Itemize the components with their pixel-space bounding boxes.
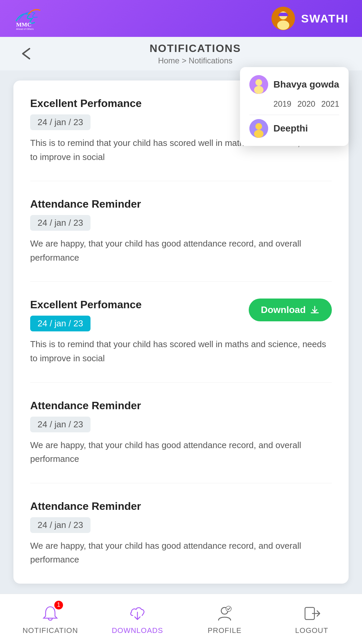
notification-title: Attendance Reminder [30, 399, 332, 412]
notification-date: 24 / jan / 23 [30, 215, 90, 231]
download-button[interactable]: Download [249, 299, 332, 321]
avatar [272, 7, 295, 30]
dropdown-divider [249, 115, 339, 115]
svg-point-4 [277, 20, 289, 30]
back-button[interactable] [17, 45, 35, 63]
logo-area: MMC Ahead of Others [13, 5, 54, 32]
dropdown-user1-name: Bhavya gowda [274, 79, 339, 90]
svg-text:MMC: MMC [16, 21, 32, 28]
dropdown-user2[interactable]: Deepthi [249, 119, 339, 138]
profile-nav-icon [215, 603, 235, 624]
notification-badge: 1 [54, 601, 63, 609]
nav-item-notification[interactable]: 1 NOTIFICATION [17, 603, 84, 635]
notification-date: 24 / jan / 23 [30, 417, 90, 432]
notifications-card: Excellent Perfomance 24 / jan / 23 This … [13, 80, 349, 584]
dropdown-user2-name: Deepthi [274, 123, 308, 134]
dropdown-user1[interactable]: Bhavya gowda [249, 75, 339, 94]
svg-point-12 [226, 606, 231, 611]
profile-icon [215, 604, 234, 623]
breadcrumb-separator: > [182, 56, 189, 65]
nav-item-downloads[interactable]: DOWNLOADS [104, 603, 171, 635]
download-icon [310, 305, 320, 315]
svg-text:Ahead of Others: Ahead of Others [16, 28, 34, 31]
nav-item-logout[interactable]: LOGOUT [278, 603, 345, 635]
breadcrumb-current: Notifications [189, 56, 233, 65]
user-name-label: SWATHI [301, 12, 349, 25]
nav-label-logout: LOGOUT [295, 626, 328, 635]
notification-nav-icon: 1 [40, 603, 60, 624]
notification-title: Attendance Reminder [30, 500, 332, 513]
header: MMC Ahead of Others SWATHI [0, 0, 362, 37]
main-content: Excellent Perfomance 24 / jan / 23 This … [0, 70, 362, 637]
dropdown-avatar1 [249, 75, 268, 94]
year-2021[interactable]: 2021 [321, 99, 339, 109]
notification-date-highlight: 24 / jan / 23 [30, 316, 90, 331]
breadcrumb-bar: NOTIFICATIONS Home > Notifications Bhavy… [0, 37, 362, 70]
page-title: NOTIFICATIONS [45, 42, 345, 55]
svg-point-9 [255, 123, 262, 130]
cloud-download-icon [128, 604, 147, 623]
notification-body: We are happy, that your child has good a… [30, 539, 332, 567]
notification-body: We are happy, that your child has good a… [30, 237, 332, 265]
year-2019[interactable]: 2019 [274, 99, 291, 109]
dropdown-avatar2 [249, 119, 268, 138]
breadcrumb-path: Home > Notifications [45, 56, 345, 65]
deepthi-avatar-icon [249, 119, 268, 138]
year-2020[interactable]: 2020 [297, 99, 315, 109]
bottom-nav: 1 NOTIFICATION DOWNLOADS PROFILE [0, 594, 362, 644]
bhavya-avatar-icon [249, 75, 268, 94]
logo-icon: MMC Ahead of Others [13, 5, 54, 32]
notification-item: Attendance Reminder 24 / jan / 23 We are… [30, 198, 332, 282]
notification-title: Attendance Reminder [30, 198, 332, 210]
dropdown-years: 2019 2020 2021 [249, 99, 339, 109]
notification-item: Excellent Perfomance Download 24 / jan /… [30, 299, 332, 382]
nav-item-profile[interactable]: PROFILE [191, 603, 258, 635]
notification-date: 24 / jan / 23 [30, 114, 90, 130]
breadcrumb: NOTIFICATIONS Home > Notifications [45, 42, 345, 65]
svg-point-10 [254, 130, 263, 138]
logout-icon [302, 604, 321, 623]
svg-point-6 [255, 79, 262, 86]
download-label: Download [261, 305, 306, 315]
user-dropdown: Bhavya gowda 2019 2020 2021 Deepthi [240, 67, 349, 146]
notification-body: We are happy, that your child has good a… [30, 438, 332, 466]
logout-nav-icon [302, 603, 322, 624]
user-area[interactable]: SWATHI [272, 7, 349, 30]
nav-label-profile: PROFILE [207, 626, 241, 635]
downloads-nav-icon [127, 603, 147, 624]
breadcrumb-home: Home [158, 56, 179, 65]
back-arrow-icon [18, 45, 35, 62]
user-avatar-icon [272, 7, 295, 30]
notification-body: This is to remind that your child has sc… [30, 337, 332, 365]
nav-label-notification: NOTIFICATION [22, 626, 78, 635]
nav-label-downloads: DOWNLOADS [112, 626, 163, 635]
notification-item: Attendance Reminder 24 / jan / 23 We are… [30, 399, 332, 483]
notification-date: 24 / jan / 23 [30, 517, 90, 533]
notification-item: Attendance Reminder 24 / jan / 23 We are… [30, 500, 332, 567]
svg-point-7 [254, 86, 263, 94]
